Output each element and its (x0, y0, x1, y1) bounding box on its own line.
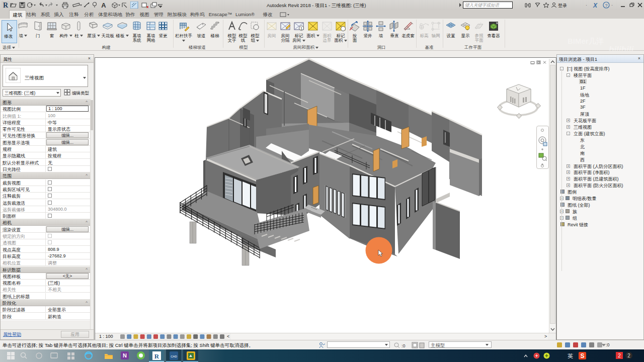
svg-text:2: 2 (627, 353, 630, 358)
svg-text:R: R (3, 2, 9, 9)
svg-text:x: x (146, 5, 149, 9)
svg-text:A: A (101, 2, 106, 9)
svg-text:CAD: CAD (171, 355, 177, 358)
svg-text:S: S (580, 352, 584, 359)
svg-text:N: N (123, 352, 127, 358)
svg-text:X: X (593, 2, 598, 8)
svg-text:2: 2 (618, 353, 621, 358)
svg-text:?: ? (605, 3, 607, 8)
svg-text:R: R (154, 352, 159, 360)
svg-text::0: :0 (401, 343, 406, 348)
